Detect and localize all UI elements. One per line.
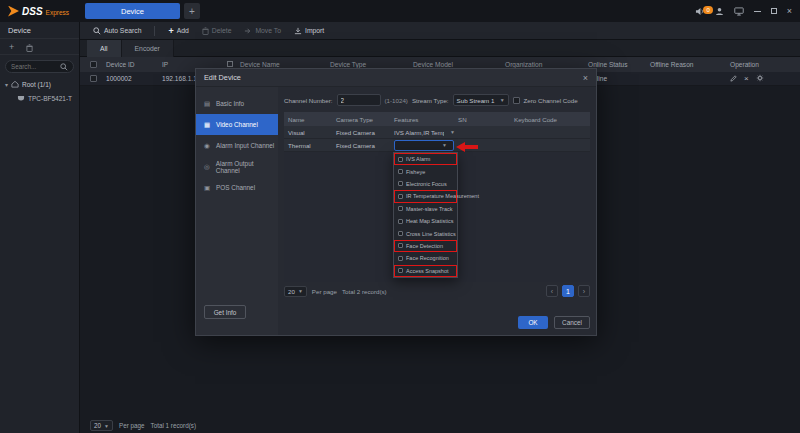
dropdown-item-master-slave-track[interactable]: Master-slave Track [394, 203, 457, 215]
nav-alarm-output-channel[interactable]: ◎ Alarm Output Channel [196, 156, 278, 177]
nav-label: Alarm Output Channel [216, 160, 278, 174]
edit-device-icon-button[interactable] [730, 75, 737, 83]
features-select-thermal[interactable]: ▼ [394, 140, 454, 151]
col-offline-reason: Offline Reason [650, 61, 730, 68]
add-device-button[interactable]: + Add [168, 26, 188, 36]
delete-label: Delete [212, 27, 232, 34]
auto-search-button[interactable]: Auto Search [93, 27, 141, 35]
checkbox-icon[interactable] [398, 206, 403, 211]
search-input[interactable] [11, 63, 57, 70]
features-select-visual[interactable]: IVS Alarm,IR Temperat... ▼ [394, 129, 458, 136]
checkbox-icon[interactable] [398, 169, 403, 174]
pencil-icon [730, 75, 737, 82]
import-button[interactable]: Import [294, 27, 324, 35]
get-info-button[interactable]: Get Info [204, 305, 246, 319]
current-page-button[interactable]: 1 [562, 285, 574, 297]
delete-device-icon-button[interactable]: × [744, 74, 749, 83]
alarm-input-icon: ◉ [204, 142, 212, 150]
dropdown-item-access-snapshot[interactable]: Access Snapshot [394, 265, 457, 277]
checkbox-icon[interactable] [398, 256, 403, 261]
delete-organization-button[interactable] [26, 38, 33, 56]
next-page-button[interactable]: › [578, 285, 590, 297]
col-device-id: Device ID [106, 61, 162, 68]
nav-video-channel[interactable]: ▦ Video Channel [196, 114, 278, 135]
select-all-checkbox[interactable] [90, 61, 97, 68]
tree-node-root[interactable]: ▾ Root (1/1) [0, 77, 79, 91]
nav-label: POS Channel [216, 184, 255, 191]
tree-device-label: TPC-BF5421-T [28, 95, 72, 102]
add-organization-button[interactable]: + [9, 42, 14, 52]
close-button[interactable]: × [787, 7, 792, 16]
plus-icon: + [189, 6, 195, 17]
dss-logo-icon [8, 6, 19, 17]
plus-icon: + [9, 42, 14, 52]
tree-node-device[interactable]: TPC-BF5421-T [0, 91, 79, 105]
checkbox-icon[interactable] [398, 157, 403, 162]
dropdown-item-face-detection[interactable]: Face Detection [394, 240, 457, 252]
delete-device-button[interactable]: Delete [202, 27, 232, 35]
modal-close-button[interactable]: × [583, 73, 588, 83]
col-organization: Organization [505, 61, 588, 68]
channel-number-input[interactable] [337, 94, 381, 106]
organization-icon [11, 80, 19, 88]
add-label: Add [177, 27, 189, 34]
dropdown-item-label: Fisheye [406, 169, 425, 175]
dropdown-item-heat-map-statistics[interactable]: Heat Map Statistics [394, 215, 457, 227]
move-to-button[interactable]: Move To [244, 27, 281, 35]
checkbox-icon[interactable] [398, 181, 403, 186]
maximize-button[interactable] [771, 7, 777, 16]
nav-basic-info[interactable]: ▤ Basic Info [196, 93, 278, 114]
sidebar-search[interactable] [5, 60, 74, 73]
top-tab-device[interactable]: Device [85, 3, 180, 19]
add-tab-button[interactable]: + [184, 3, 200, 19]
column-settings-icon[interactable] [227, 61, 233, 67]
minimize-icon [754, 11, 761, 12]
checkbox-icon[interactable] [398, 231, 403, 236]
minimize-button[interactable] [754, 7, 761, 16]
col-sn: SN [458, 116, 514, 123]
chevron-down-icon: ▼ [298, 288, 303, 294]
chevron-down-icon: ▼ [442, 142, 447, 148]
prev-page-button[interactable]: ‹ [546, 285, 558, 297]
plus-icon: + [168, 26, 173, 36]
zero-channel-checkbox[interactable] [513, 97, 520, 104]
row-checkbox[interactable] [90, 75, 97, 82]
dropdown-item-electronic-focus[interactable]: Electronic Focus [394, 178, 457, 190]
checkbox-icon[interactable] [398, 194, 403, 199]
cancel-button[interactable]: Cancel [554, 316, 590, 329]
per-page-value: 20 [288, 288, 295, 295]
checkbox-icon[interactable] [398, 243, 403, 248]
dropdown-item-label: Heat Map Statistics [406, 218, 453, 224]
chevron-down-icon[interactable]: ▾ [5, 81, 8, 88]
stream-type-select[interactable]: Sub Stream 1 ▼ [453, 94, 509, 106]
chevron-down-icon: ▼ [450, 129, 455, 135]
dropdown-item-label: IVS Alarm [406, 156, 430, 162]
checkbox-icon[interactable] [398, 268, 403, 273]
modal-title: Edit Device [204, 73, 241, 82]
dropdown-item-fisheye[interactable]: Fisheye [394, 165, 457, 177]
dropdown-item-label: Face Detection [406, 243, 443, 249]
dropdown-item-ivs-alarm[interactable]: IVS Alarm [394, 153, 457, 165]
dropdown-item-label: Face Recognition [406, 255, 449, 261]
modal-per-page-select[interactable]: 20 ▼ [284, 286, 307, 297]
alarm-count-badge: 0 [703, 6, 712, 14]
pos-channel-icon: ▣ [204, 184, 212, 192]
ok-button[interactable]: OK [518, 316, 548, 329]
per-page-select[interactable]: 20 ▼ [90, 420, 113, 431]
alarm-sound-button[interactable]: 0 [695, 7, 705, 16]
dropdown-item-face-recognition[interactable]: Face Recognition [394, 252, 457, 264]
dropdown-item-cross-line-statistics[interactable]: Cross Line Statistics [394, 227, 457, 239]
cell-device-id: 1000002 [106, 75, 162, 82]
col-online-status: Online Status [588, 61, 650, 68]
checkbox-icon[interactable] [398, 219, 403, 224]
config-device-icon-button[interactable] [756, 74, 764, 83]
user-button[interactable] [715, 7, 724, 16]
tab-encoder[interactable]: Encoder [122, 40, 174, 57]
app-logo: DSS Express [8, 0, 69, 22]
dropdown-item-ir-temperature-measurement[interactable]: IR Temperature Measurement [394, 190, 457, 202]
col-name: Name [284, 116, 336, 123]
tab-all[interactable]: All [87, 40, 122, 57]
nav-alarm-input-channel[interactable]: ◉ Alarm Input Channel [196, 135, 278, 156]
nav-pos-channel[interactable]: ▣ POS Channel [196, 177, 278, 198]
fullscreen-button[interactable] [734, 7, 744, 16]
